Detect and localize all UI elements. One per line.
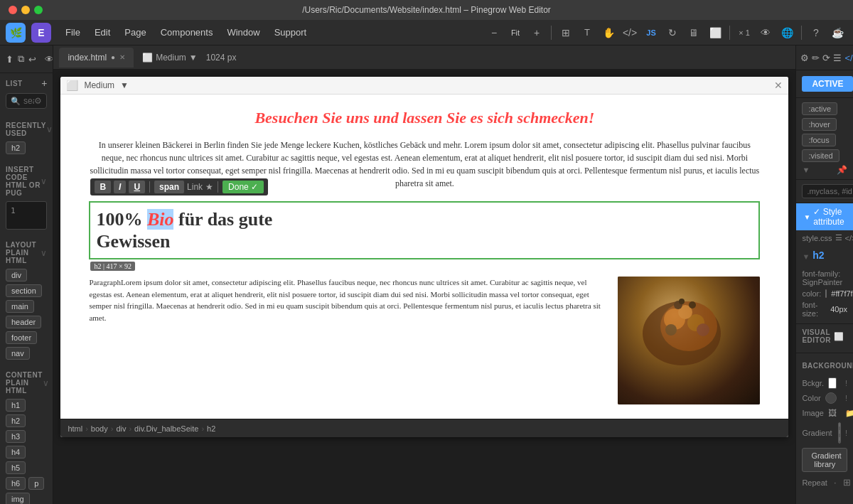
breadcrumb-h2[interactable]: h2 [207,424,215,433]
gradient-important-btn[interactable]: ! [845,429,847,437]
recent-h2-chip[interactable]: h2 [6,141,26,154]
content-chip-h4[interactable]: h4 [6,446,26,459]
canvas-tab[interactable]: index.html ● ✕ [59,48,134,68]
close-button[interactable] [9,6,17,14]
js-btn[interactable]: JS [641,23,661,43]
text-tool-btn[interactable]: T [577,23,597,43]
style-attr-bar[interactable]: ▼ ✓ Style attribute [796,203,853,230]
color-swatch[interactable] [825,289,827,298]
style-attr-chevron-icon: ▼ [803,213,810,221]
menu-page[interactable]: Page [119,24,151,41]
star-btn[interactable]: ★ [205,182,213,192]
content-chip-h1[interactable]: h1 [6,399,26,412]
rp-history-icon[interactable]: ⟳ [822,48,830,67]
breadcrumb-body[interactable]: body [91,424,108,433]
pseudo-visited-btn[interactable]: :visited [802,149,839,162]
eye-btn[interactable]: 👁 [756,23,776,43]
content-chip-p[interactable]: p [28,477,44,490]
layout-chip-div[interactable]: div [6,269,27,282]
italic-btn[interactable]: I [114,181,126,193]
content-chip-h3[interactable]: h3 [6,430,26,443]
pseudo-pin-icon[interactable]: 📌 [837,165,847,175]
menu-support[interactable]: Support [269,24,313,41]
menu-file[interactable]: File [60,24,86,41]
breadcrumb-div[interactable]: div [116,424,126,433]
selector-input[interactable] [802,184,853,198]
gradient-preview[interactable] [838,422,841,444]
layout-chip-main[interactable]: main [6,300,34,313]
maximize-button[interactable] [34,6,43,14]
tablet-btn[interactable]: ⬜ [705,23,725,43]
ve-icon-2[interactable]: ↩ [848,328,853,344]
pseudo-focus-btn[interactable]: :focus [802,134,835,146]
globe-btn[interactable]: 🌐 [777,23,797,43]
underline-btn[interactable]: U [129,181,145,193]
selected-h2-container[interactable]: B I U span Link ★ Done ✓ [89,201,760,259]
menu-components[interactable]: Components [155,24,219,41]
filter-icon[interactable]: ⚙ [34,96,42,106]
span-btn[interactable]: span [154,181,184,193]
hand-tool-btn[interactable]: ✋ [599,23,618,43]
insert-code-chevron[interactable]: ∨ [41,176,47,186]
rp-align-icon[interactable]: ☰ [833,48,842,67]
refresh-btn[interactable]: ↻ [662,23,682,43]
content-chip-h5[interactable]: h5 [6,461,26,474]
rp-code-icon[interactable]: </> [844,48,853,67]
selected-block[interactable]: B I U span Link ★ Done ✓ [89,201,760,259]
selected-h2-text[interactable]: 100% Bio für das gute Gewissen [96,208,753,252]
add-item-btn[interactable]: + [41,77,47,89]
color-bg-swatch[interactable] [825,392,837,404]
content-chip-h6[interactable]: h6 [6,477,26,490]
lp-import-btn[interactable]: ⬆ [6,50,14,68]
breadcrumb-html[interactable]: html [68,424,82,433]
pseudo-hover-btn[interactable]: :hover [802,118,837,131]
ve-icon-1[interactable]: ⬜ [831,328,847,344]
layout-chevron[interactable]: ∨ [41,248,47,258]
pseudo-more-btn[interactable]: ▼ [802,166,810,174]
lp-copy-btn[interactable]: ⧉ [18,50,24,68]
code-view-btn[interactable]: </> [620,23,640,43]
zoom-out-btn[interactable]: − [484,23,504,43]
frame-close-btn[interactable]: ✕ [774,80,783,91]
desktop-btn[interactable]: 🖥 [684,23,704,43]
search-input[interactable] [23,96,34,106]
recently-used-chevron[interactable]: ∨ [46,124,53,134]
active-tab[interactable]: ACTIVE [802,76,853,92]
image-bg-folder-btn[interactable]: 📁 [845,409,853,418]
tab-close-btn[interactable]: ✕ [119,53,125,61]
menu-edit[interactable]: Edit [89,24,116,41]
zoom-in-btn[interactable]: + [527,23,547,43]
pseudo-active-btn[interactable]: :active [802,102,837,115]
viewport-selector[interactable]: ⬜ Medium ▼ [142,53,198,63]
content-chip-h2[interactable]: h2 [6,414,26,427]
menu-window[interactable]: Window [221,24,265,41]
lp-undo-btn[interactable]: ↩ [28,50,36,68]
rp-pen-icon[interactable]: ✏ [812,48,820,67]
bckgr-swatch[interactable] [828,377,837,389]
bold-btn[interactable]: B [95,181,111,193]
code-insert-area[interactable]: 1 [6,201,47,230]
layout-chip-nav[interactable]: nav [6,347,30,360]
help-btn[interactable]: ? [806,23,826,43]
menu-bar: 🌿 E File Edit Page Components Window Sup… [0,20,853,45]
repeat-none-btn[interactable]: · [832,476,839,488]
content-chevron[interactable]: ∨ [43,378,49,388]
content-chip-img[interactable]: img [6,493,30,504]
fit-btn[interactable]: Fit [505,23,525,43]
rp-settings-icon[interactable]: ⚙ [800,48,809,67]
color-bg-important-btn[interactable]: ! [845,394,847,402]
link-btn[interactable]: Link [187,182,203,192]
grid-view-btn[interactable]: ⊞ [556,23,576,43]
repeat-grid-btn[interactable]: ⊞ [841,476,853,488]
layout-chip-footer[interactable]: footer [6,331,37,344]
layout-chip-header[interactable]: header [6,316,41,328]
lp-eye-btn[interactable]: 👁 [45,50,53,68]
gradient-library-btn[interactable]: Gradient library [802,448,847,472]
minimize-button[interactable] [21,6,30,14]
coffee-btn[interactable]: ☕ [827,23,847,43]
layout-chip-section[interactable]: section [6,284,42,297]
bckgr-important-btn[interactable]: ! [845,379,847,387]
breadcrumb-div-halbeSeite[interactable]: div.Div_halbeSeite [134,424,198,433]
done-btn[interactable]: Done ✓ [222,181,264,193]
x1-btn[interactable]: × 1 [734,23,754,43]
